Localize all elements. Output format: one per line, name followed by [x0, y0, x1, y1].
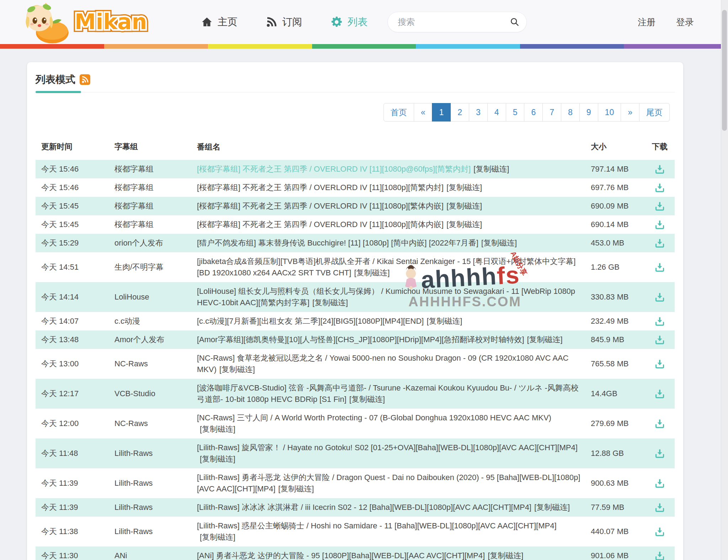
- row-title-cell: [Lilith-Raws] 勇者斗恶龙 达伊的大冒险 / Dragon Ques…: [197, 472, 591, 495]
- page-3[interactable]: 3: [469, 103, 488, 122]
- title-link[interactable]: [桜都字幕组] 不死者之王 第四季 / OVERLORD IV [11][108…: [197, 183, 444, 192]
- mikan-girl-icon: [18, 0, 71, 44]
- scrollbar-thumb[interactable]: [722, 10, 727, 131]
- download-button[interactable]: [654, 201, 665, 211]
- subgroup-link[interactable]: Lilith-Raws: [114, 503, 153, 512]
- page-5[interactable]: 5: [506, 103, 525, 122]
- download-button[interactable]: [654, 317, 665, 326]
- copy-magnet-link[interactable]: [复制磁连]: [200, 454, 235, 463]
- copy-magnet-link[interactable]: [复制磁连]: [200, 533, 235, 542]
- page-4[interactable]: 4: [487, 103, 506, 122]
- download-icon: [654, 449, 665, 458]
- download-button[interactable]: [654, 292, 665, 302]
- register-link[interactable]: 注册: [638, 16, 655, 28]
- title-link[interactable]: [ANi] 勇者斗恶龙 达伊的大冒险 - 95 [1080P][Baha][WE…: [197, 551, 485, 560]
- page-8[interactable]: 8: [561, 103, 580, 122]
- subgroup-link[interactable]: Lilith-Raws: [114, 527, 153, 536]
- subgroup-link[interactable]: Amor个人发布: [114, 335, 165, 344]
- download-button[interactable]: [654, 165, 665, 174]
- nav-subscribe[interactable]: 订阅: [266, 15, 302, 29]
- copy-magnet-link[interactable]: [复制磁连]: [312, 298, 348, 307]
- page-1[interactable]: 1: [432, 103, 451, 122]
- download-button[interactable]: [654, 335, 665, 345]
- subgroup-link[interactable]: NC-Raws: [114, 359, 148, 368]
- title-link[interactable]: [桜都字幕组] 不死者之王 第四季 / OVERLORD IV [11][108…: [197, 201, 444, 210]
- copy-magnet-link[interactable]: [复制磁连]: [446, 201, 482, 210]
- copy-magnet-link[interactable]: [复制磁连]: [488, 551, 523, 560]
- row-title-cell: [桜都字幕组] 不死者之王 第四季 / OVERLORD IV [11][108…: [197, 182, 591, 193]
- download-button[interactable]: [654, 220, 665, 230]
- header-update-time: 更新时间: [36, 141, 114, 153]
- row-subgroup: c.c动漫: [114, 316, 197, 327]
- search-icon[interactable]: [510, 17, 520, 27]
- subgroup-link[interactable]: 桜都字幕组: [114, 183, 154, 192]
- login-link[interactable]: 登录: [676, 16, 694, 28]
- title-link[interactable]: [Lilith-Raws] 冰冰冰 冰淇淋君 / iii Icecrin S02…: [197, 503, 531, 512]
- copy-magnet-link[interactable]: [复制磁连]: [427, 317, 462, 325]
- download-button[interactable]: [654, 419, 665, 429]
- page-6[interactable]: 6: [524, 103, 543, 122]
- copy-magnet-link[interactable]: [复制磁连]: [219, 365, 255, 374]
- subgroup-link[interactable]: Lilith-Raws: [114, 449, 153, 458]
- subgroup-link[interactable]: 生肉/不明字幕: [114, 263, 164, 271]
- subgroup-link[interactable]: VCB-Studio: [114, 389, 155, 398]
- title-link[interactable]: [Lilith-Raws] 勇者斗恶龙 达伊的大冒险 / Dragon Ques…: [197, 473, 580, 493]
- page-7[interactable]: 7: [542, 103, 561, 122]
- brand-logo[interactable]: Mikan Mikan: [18, 0, 155, 44]
- download-button[interactable]: [654, 527, 665, 537]
- download-button[interactable]: [654, 238, 665, 248]
- download-button[interactable]: [654, 183, 665, 193]
- title-link[interactable]: [猎户不鸽发布组] 幕末替身传说 Bucchigire! [11] [1080p…: [197, 238, 478, 247]
- scrollbar-track[interactable]: [721, 0, 728, 560]
- title-link[interactable]: [桜都字幕组] 不死者之王 第四季 / OVERLORD IV [11][108…: [197, 165, 471, 173]
- download-button[interactable]: [654, 359, 665, 369]
- copy-magnet-link[interactable]: [复制磁连]: [349, 395, 385, 404]
- download-button[interactable]: [654, 449, 665, 458]
- title-link[interactable]: [NC-Raws] 三寸人间 / A World Worth Protectin…: [197, 413, 551, 422]
- search-input[interactable]: [387, 12, 527, 32]
- title-link[interactable]: [桜都字幕组] 不死者之王 第四季 / OVERLORD IV [11][108…: [197, 220, 444, 229]
- download-icon: [654, 359, 665, 369]
- nav-list[interactable]: 列表: [331, 15, 368, 29]
- page-first[interactable]: 首页: [384, 103, 414, 122]
- page-10[interactable]: 10: [598, 103, 621, 122]
- page-last[interactable]: 尾页: [639, 103, 670, 122]
- copy-magnet-link[interactable]: [复制磁连]: [446, 220, 482, 229]
- subgroup-link[interactable]: c.c动漫: [114, 317, 140, 325]
- copy-magnet-link[interactable]: [复制磁连]: [278, 484, 314, 493]
- nav-home[interactable]: 主页: [201, 15, 237, 29]
- title-link[interactable]: [LoliHouse] 组长女儿与照料专员（组长女儿与保姆） / Kumicho…: [197, 287, 575, 307]
- page-prev[interactable]: «: [414, 103, 433, 122]
- subgroup-link[interactable]: 桜都字幕组: [114, 220, 154, 229]
- subgroup-link[interactable]: 桜都字幕组: [114, 165, 154, 173]
- subgroup-link[interactable]: NC-Raws: [114, 419, 148, 428]
- page-9[interactable]: 9: [579, 103, 598, 122]
- download-button[interactable]: [654, 551, 665, 560]
- subgroup-link[interactable]: 桜都字幕组: [114, 201, 154, 210]
- rss-feed-icon[interactable]: [80, 74, 90, 85]
- download-button[interactable]: [654, 263, 665, 272]
- download-button[interactable]: [654, 503, 665, 512]
- subgroup-link[interactable]: orion个人发布: [114, 238, 163, 247]
- title-link[interactable]: [Lilith-Raws] 旋风管家！ / Hayate no Gotoku! …: [197, 443, 578, 452]
- copy-magnet-link[interactable]: [复制磁连]: [473, 165, 509, 173]
- copy-magnet-link[interactable]: [复制磁连]: [200, 425, 235, 434]
- copy-magnet-link[interactable]: [复制磁连]: [354, 268, 390, 277]
- download-button[interactable]: [654, 479, 665, 488]
- copy-magnet-link[interactable]: [复制磁连]: [446, 183, 482, 192]
- title-link[interactable]: [Lilith-Raws] 惑星公主蜥蜴骑士 / Hoshi no Samida…: [197, 521, 557, 530]
- copy-magnet-link[interactable]: [复制磁连]: [534, 503, 570, 512]
- row-update-time: 今天 12:17: [36, 388, 114, 399]
- title-link[interactable]: [c.c动漫][7月新番][出租女友 第二季][24][BIG5][1080P]…: [197, 317, 424, 325]
- row-subgroup: Lilith-Raws: [114, 449, 197, 458]
- page-2[interactable]: 2: [450, 103, 469, 122]
- title-link[interactable]: [Amor字幕组][德凯奥特曼][10][人与怪兽][CHS_JP][1080P…: [197, 335, 524, 344]
- subgroup-link[interactable]: LoliHouse: [114, 292, 149, 301]
- title-link[interactable]: [波洛咖啡厅&VCB-Studio] 弦音 -风舞高中弓道部- / Tsurun…: [197, 383, 579, 404]
- subgroup-link[interactable]: ANi: [114, 551, 127, 560]
- copy-magnet-link[interactable]: [复制磁连]: [481, 238, 517, 247]
- copy-magnet-link[interactable]: [复制磁连]: [527, 335, 563, 344]
- subgroup-link[interactable]: Lilith-Raws: [114, 479, 153, 488]
- download-button[interactable]: [654, 389, 665, 399]
- page-next[interactable]: »: [621, 103, 639, 122]
